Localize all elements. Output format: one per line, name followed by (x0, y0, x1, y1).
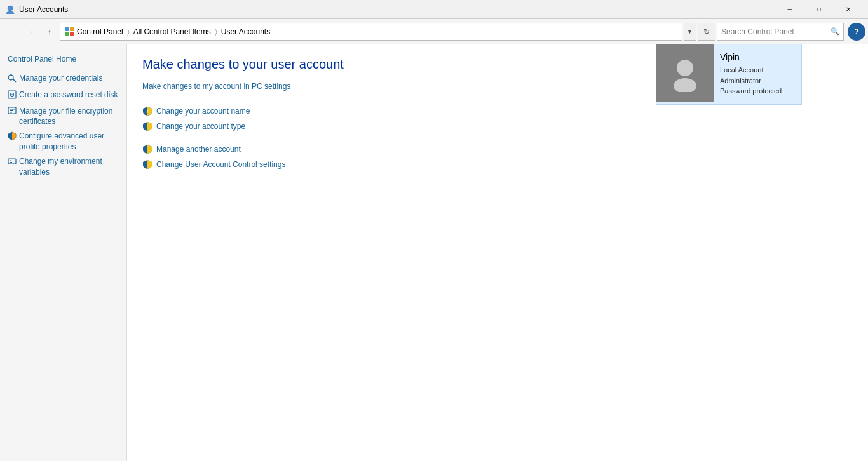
svg-point-18 (674, 78, 696, 92)
svg-point-0 (8, 6, 13, 11)
svg-point-5 (8, 75, 13, 80)
shield-icon-uac (142, 159, 153, 170)
titlebar: User Accounts ─ □ ✕ (0, 0, 868, 19)
search-input[interactable] (721, 27, 828, 36)
help-button[interactable]: ? (848, 23, 865, 41)
sidebar-link-credentials[interactable]: Manage your credentials (0, 71, 126, 88)
actions-group2: Manage another account Change User Accou… (142, 144, 853, 170)
titlebar-controls: ─ □ ✕ (775, 0, 863, 19)
shield-icon-manage (142, 144, 153, 154)
disk-icon (8, 90, 17, 102)
main-layout: Control Panel Home Manage your credentia… (0, 44, 868, 461)
user-name: Vipin (720, 52, 782, 62)
svg-rect-3 (65, 32, 69, 36)
svg-text:✓: ✓ (146, 109, 149, 114)
addressbar: ← → ↑ Control Panel 〉 All Control Panel … (0, 19, 868, 44)
titlebar-icon (5, 4, 15, 15)
address-box: Control Panel 〉 All Control Panel Items … (60, 23, 682, 41)
sidebar-links: Manage your credentials Create a passwor… (0, 70, 126, 180)
manage-another-link[interactable]: Manage another account (142, 144, 853, 154)
svg-point-17 (677, 60, 693, 76)
user-card: Vipin Local Account Administrator Passwo… (656, 44, 802, 105)
key-icon (8, 74, 17, 86)
refresh-button[interactable]: ↻ (698, 23, 715, 41)
search-box[interactable]: 🔍 (717, 23, 844, 41)
svg-rect-2 (70, 27, 74, 31)
address-dropdown-button[interactable]: ▼ (684, 23, 696, 41)
shield-icon-type (142, 121, 153, 131)
svg-rect-4 (70, 32, 74, 36)
close-button[interactable]: ✕ (834, 0, 863, 19)
svg-point-9 (11, 94, 13, 95)
sidebar: Control Panel Home Manage your credentia… (0, 44, 127, 461)
forward-button[interactable]: → (22, 23, 39, 41)
svg-rect-14 (8, 159, 16, 164)
shield-icon-name: ✓ (142, 106, 153, 116)
shield-small-icon (8, 131, 17, 144)
breadcrumb-user-accounts: User Accounts (221, 27, 270, 36)
uac-settings-link[interactable]: Change User Account Control settings (142, 159, 853, 170)
back-button[interactable]: ← (3, 23, 20, 41)
sidebar-link-environment[interactable]: Change my environment variables (0, 154, 126, 180)
avatar-svg (666, 54, 704, 92)
env-icon (8, 157, 17, 169)
sidebar-home-link[interactable]: Control Panel Home (0, 52, 126, 70)
actions-group1: ✓ Change your account name Change your a… (142, 106, 853, 131)
user-info: Vipin Local Account Administrator Passwo… (714, 44, 788, 104)
minimize-button[interactable]: ─ (775, 0, 804, 19)
search-icon: 🔍 (831, 27, 839, 36)
breadcrumb-control-panel[interactable]: Control Panel (77, 27, 123, 36)
up-button[interactable]: ↑ (41, 23, 58, 41)
change-type-link[interactable]: Change your account type (142, 121, 853, 131)
control-panel-icon (64, 27, 74, 37)
sidebar-link-encryption[interactable]: Manage your file encryption certificates (0, 104, 126, 130)
sidebar-link-profile[interactable]: Configure advanced user profile properti… (0, 129, 126, 154)
svg-rect-1 (65, 27, 69, 31)
svg-line-6 (13, 79, 17, 83)
user-detail-password: Password protected (720, 86, 782, 97)
sidebar-link-password-disk[interactable]: Create a password reset disk (0, 88, 126, 104)
change-name-link[interactable]: ✓ Change your account name (142, 106, 853, 116)
user-avatar (656, 44, 714, 102)
user-detail-admin: Administrator (720, 76, 782, 86)
cert-icon (8, 107, 17, 119)
breadcrumb-all-items[interactable]: All Control Panel Items (133, 27, 211, 36)
content-area: Make changes to your user account Vipin … (127, 44, 868, 461)
user-detail-local: Local Account (720, 65, 782, 76)
maximize-button[interactable]: □ (804, 0, 834, 19)
titlebar-title: User Accounts (19, 5, 775, 14)
